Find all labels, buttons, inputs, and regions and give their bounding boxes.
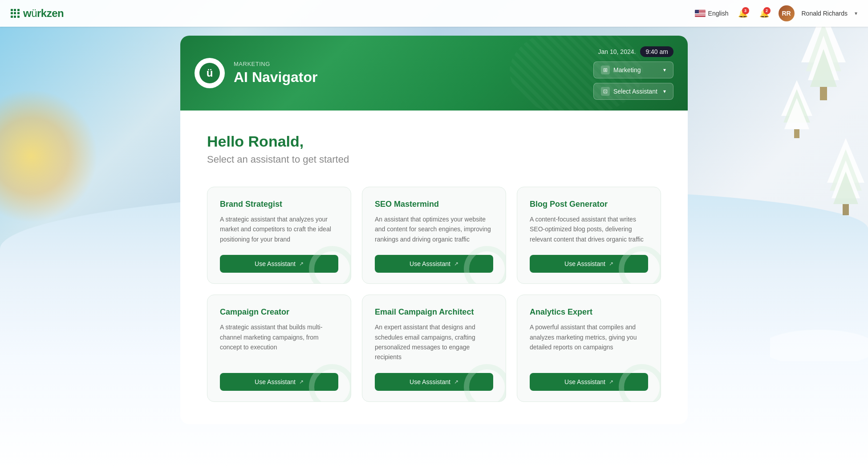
department-dropdown[interactable]: ⊞ Marketing ▾ [593,61,673,78]
external-link-icon-email-campaign-architect: ↗ [454,379,458,385]
assistant-card-brand-strategist: Brand Strategist A strategic assistant t… [207,187,351,284]
card-title-analytics-expert: Analytics Expert [530,307,648,317]
username: Ronald Richards [802,10,848,17]
nav-right-section: English 🔔 3 🔔 2 RR Ronald Richards ▾ [695,5,857,21]
use-assistant-button-blog-post-generator[interactable]: Use Asssistant ↗ [530,255,648,273]
card-title-campaign-creator: Campaign Creator [220,307,338,317]
use-assistant-button-email-campaign-architect[interactable]: Use Asssistant ↗ [375,373,493,391]
card-description-campaign-creator: A strategic assistant that builds multi-… [220,322,338,362]
assistants-grid: Brand Strategist A strategic assistant t… [207,187,661,402]
external-link-icon-brand-strategist: ↗ [299,261,304,267]
card-description-email-campaign-architect: An expert assistant that designs and sch… [375,322,493,362]
main-content: ü MARKETING AI Navigator Jan 10, 2024. 9… [0,27,868,471]
department-icon: ⊞ [601,66,610,74]
external-link-icon-campaign-creator: ↗ [299,379,304,385]
alerts-bell[interactable]: 🔔 2 [757,6,771,20]
date-display: Jan 10, 2024. [598,48,636,55]
app-datetime: Jan 10, 2024. 9:40 am [598,46,673,57]
assistant-card-blog-post-generator: Blog Post Generator A content-focused as… [517,187,661,284]
app-logo-circle: ü [195,58,225,88]
top-navigation: würkzen English 🔔 3 🔔 2 RR Ronald Richar… [0,0,868,27]
card-title-brand-strategist: Brand Strategist [220,200,338,209]
use-assistant-label-email-campaign-architect: Use Asssistant [410,378,450,385]
card-description-blog-post-generator: A content-focused assistant that writes … [530,214,648,244]
external-link-icon-seo-mastermind: ↗ [454,261,458,267]
assistant-card-seo-mastermind: SEO Mastermind An assistant that optimiz… [362,187,506,284]
card-description-brand-strategist: A strategic assistant that analyzes your… [220,214,338,244]
external-link-icon-blog-post-generator: ↗ [609,261,613,267]
app-controls: Jan 10, 2024. 9:40 am ⊞ Marketing ▾ ⊡ Se… [593,46,673,100]
time-badge: 9:40 am [640,46,673,57]
language-label: English [708,10,729,17]
avatar: RR [779,5,795,21]
app-title: AI Navigator [234,69,593,86]
department-chevron: ▾ [663,67,666,73]
department-label: Marketing [613,66,660,74]
use-assistant-button-campaign-creator[interactable]: Use Asssistant ↗ [220,373,338,391]
notification-badge: 3 [742,7,749,14]
app-logo[interactable]: würkzen [11,7,64,20]
use-assistant-label-campaign-creator: Use Asssistant [255,378,296,385]
app-header: ü MARKETING AI Navigator Jan 10, 2024. 9… [180,36,688,111]
alert-badge: 2 [763,7,771,14]
app-title-group: MARKETING AI Navigator [234,61,593,86]
external-link-icon-analytics-expert: ↗ [609,379,613,385]
assistant-chevron: ▾ [663,88,666,94]
use-assistant-label-seo-mastermind: Use Asssistant [410,260,450,267]
language-selector[interactable]: English [695,10,729,17]
logo-text: würkzen [23,7,64,20]
use-assistant-button-brand-strategist[interactable]: Use Asssistant ↗ [220,255,338,273]
user-menu-chevron[interactable]: ▾ [855,10,857,16]
use-assistant-label-blog-post-generator: Use Asssistant [564,260,605,267]
card-title-email-campaign-architect: Email Campaign Architect [375,307,493,317]
card-title-seo-mastermind: SEO Mastermind [375,200,493,209]
notifications-bell[interactable]: 🔔 3 [736,6,750,20]
assistant-dropdown[interactable]: ⊡ Select Assistant ▾ [593,83,673,100]
flag-icon [695,10,706,17]
greeting-subtitle: Select an assistant to get started [207,154,661,165]
card-description-analytics-expert: A powerful assistant that compiles and a… [530,322,648,362]
assistant-dropdown-icon: ⊡ [601,87,610,96]
main-panel: Hello Ronald, Select an assistant to get… [180,111,688,424]
assistant-dropdown-label: Select Assistant [613,88,660,95]
assistant-card-email-campaign-architect: Email Campaign Architect An expert assis… [362,295,506,402]
app-category: MARKETING [234,61,593,67]
app-card: ü MARKETING AI Navigator Jan 10, 2024. 9… [180,36,688,424]
use-assistant-label-analytics-expert: Use Asssistant [564,378,605,385]
assistant-card-analytics-expert: Analytics Expert A powerful assistant th… [517,295,661,402]
card-title-blog-post-generator: Blog Post Generator [530,200,648,209]
logo-grid [11,9,20,18]
use-assistant-button-seo-mastermind[interactable]: Use Asssistant ↗ [375,255,493,273]
app-logo-inner: ü [199,63,220,83]
use-assistant-label-brand-strategist: Use Asssistant [255,260,296,267]
card-description-seo-mastermind: An assistant that optimizes your website… [375,214,493,244]
assistant-card-campaign-creator: Campaign Creator A strategic assistant t… [207,295,351,402]
greeting-title: Hello Ronald, [207,133,661,150]
use-assistant-button-analytics-expert[interactable]: Use Asssistant ↗ [530,373,648,391]
